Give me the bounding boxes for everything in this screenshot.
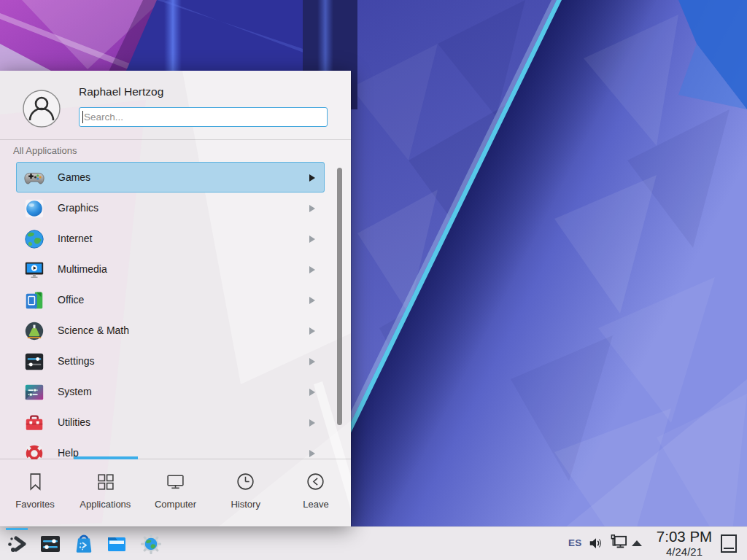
tab-history[interactable]: History [211, 462, 281, 526]
user-avatar-icon[interactable] [23, 90, 61, 128]
category-row-settings[interactable]: Settings [16, 346, 325, 376]
submenu-arrow-icon [309, 419, 315, 427]
dolphin-file-manager-button[interactable] [106, 533, 128, 555]
category-row-science-math[interactable]: Science & Math [16, 315, 325, 346]
tab-applications[interactable]: Applications [70, 462, 140, 526]
submenu-arrow-icon [309, 389, 315, 396]
category-label: System [58, 386, 92, 397]
show-desktop-button[interactable] [721, 534, 737, 553]
category-row-help[interactable]: Help [16, 438, 325, 459]
scrollbar-thumb[interactable] [337, 168, 342, 425]
category-row-graphics[interactable]: Graphics [16, 192, 325, 223]
settings-icon [23, 351, 45, 373]
system-icon [23, 381, 45, 403]
tab-leave[interactable]: Leave [281, 462, 351, 526]
submenu-arrow-icon [309, 327, 315, 335]
graphics-icon [23, 198, 45, 219]
tab-label: Favorites [15, 499, 54, 510]
science-icon [23, 320, 45, 342]
category-list: Games Graphics [0, 162, 351, 459]
category-label: Settings [58, 355, 95, 367]
office-icon [23, 289, 45, 311]
category-row-system[interactable]: System [16, 376, 325, 407]
games-icon [23, 167, 45, 189]
volume-icon[interactable] [588, 535, 604, 551]
bookmark-icon [26, 472, 45, 491]
tab-computer[interactable]: Computer [140, 462, 210, 526]
category-label: Internet [58, 233, 92, 244]
system-settings-button[interactable] [39, 533, 61, 555]
category-label: Utilities [58, 416, 90, 428]
category-label: Multimedia [58, 263, 107, 275]
category-row-internet[interactable]: Internet [16, 223, 325, 254]
tab-label: Computer [155, 499, 196, 510]
digital-clock[interactable]: 7:03 PM 4/24/21 [646, 528, 722, 558]
category-row-games[interactable]: Games [16, 162, 325, 192]
discover-button[interactable] [73, 533, 95, 555]
submenu-arrow-icon [309, 236, 315, 243]
clock-time: 7:03 PM [646, 528, 722, 545]
category-row-multimedia[interactable]: Multimedia [16, 254, 325, 284]
multimedia-icon [23, 259, 45, 281]
category-label: Science & Math [58, 324, 129, 336]
submenu-arrow-icon [309, 266, 315, 273]
clock-date: 4/24/21 [646, 545, 722, 558]
submenu-arrow-icon [309, 205, 315, 212]
submenu-arrow-icon [309, 297, 315, 304]
submenu-arrow-icon [309, 174, 315, 182]
expand-tray-icon[interactable] [631, 540, 643, 547]
internet-icon [23, 228, 45, 250]
tabbar-separator [0, 459, 351, 459]
submenu-arrow-icon [309, 450, 315, 457]
clock-icon [236, 472, 255, 491]
category-label: Games [58, 171, 90, 183]
tab-label: Applications [80, 499, 131, 510]
section-label: All Applications [13, 145, 77, 156]
tab-favorites[interactable]: Favorites [0, 462, 70, 526]
konqueror-browser-button[interactable] [140, 533, 162, 555]
grid-icon [96, 472, 115, 491]
tab-label: History [231, 499, 260, 510]
monitor-icon [166, 472, 185, 491]
text-cursor [82, 111, 83, 123]
desktop: Raphael Hertzog All Applications Games [0, 0, 747, 560]
active-tab-indicator [74, 456, 138, 459]
launcher-active-indicator [6, 528, 28, 530]
search-input[interactable] [79, 107, 328, 127]
launcher-tabbar: Favorites Applications Computer History … [0, 462, 351, 526]
submenu-arrow-icon [309, 358, 315, 365]
user-name: Raphael Hertzog [79, 85, 163, 98]
header-separator [0, 139, 351, 140]
wired-network-icon[interactable] [610, 533, 628, 551]
category-row-office[interactable]: Office [16, 284, 325, 315]
application-launcher-popup: Raphael Hertzog All Applications Games [0, 71, 351, 526]
keyboard-layout-indicator[interactable]: ES [568, 537, 582, 548]
leave-icon [306, 472, 325, 491]
category-label: Office [58, 294, 84, 306]
category-row-utilities[interactable]: Utilities [16, 407, 325, 438]
application-launcher-button[interactable] [6, 533, 28, 555]
help-icon [23, 443, 45, 459]
tab-label: Leave [303, 499, 328, 510]
category-label: Graphics [58, 202, 98, 214]
utilities-icon [23, 412, 45, 434]
